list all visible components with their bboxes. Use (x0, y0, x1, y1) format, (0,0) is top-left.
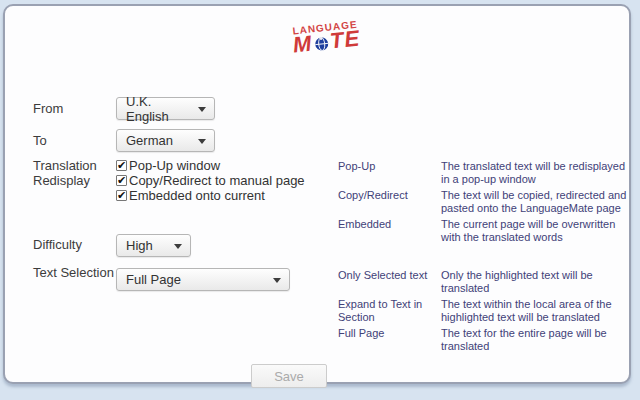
help-desc: The translated text will be redisplayed … (441, 160, 633, 186)
checkmark-icon: ✔ (117, 190, 126, 201)
help-desc: The text for the entire page will be tra… (441, 327, 633, 353)
to-label: To (33, 133, 115, 148)
help-row: Expand to Text in Section The text withi… (338, 298, 638, 324)
popup-checkbox-label: Pop-Up window (129, 158, 220, 173)
help-row: Pop-Up The translated text will be redis… (338, 160, 638, 186)
save-button-label: Save (274, 369, 304, 384)
help-row: Full Page The text for the entire page w… (338, 327, 638, 353)
options-page: { "logo": { "line1": "LANGUAGE", "m_part… (0, 0, 640, 400)
to-select-value: German (126, 133, 173, 148)
checkbox-row-popup: ✔ Pop-Up window (116, 158, 305, 173)
popup-checkbox[interactable]: ✔ (116, 160, 127, 171)
help-row: Copy/Redirect The text will be copied, r… (338, 189, 638, 215)
help-row: Embedded The current page will be overwr… (338, 218, 638, 244)
dropdown-arrow-icon (198, 107, 206, 112)
dropdown-arrow-icon (273, 278, 281, 283)
selection-help: Only Selected text Only the highlighted … (338, 269, 638, 356)
from-select-value: U.K. English (126, 94, 194, 124)
dropdown-arrow-icon (174, 244, 182, 249)
help-desc: The text will be copied, redirected and … (441, 189, 633, 215)
dropdown-arrow-icon (198, 139, 206, 144)
save-button[interactable]: Save (251, 364, 327, 388)
checkbox-row-embedded: ✔ Embedded onto current (116, 188, 305, 203)
copy-redirect-checkbox[interactable]: ✔ (116, 175, 127, 186)
difficulty-label: Difficulty (33, 237, 115, 252)
text-selection-select-value: Full Page (126, 272, 181, 287)
translation-redisplay-label: Translation Redisplay (33, 158, 115, 188)
help-desc: Only the highlighted text will be transl… (441, 269, 633, 295)
embedded-checkbox[interactable]: ✔ (116, 190, 127, 201)
difficulty-select-value: High (126, 238, 153, 253)
to-select[interactable]: German (116, 129, 215, 152)
text-selection-label: Text Selection (33, 265, 115, 280)
from-select[interactable]: U.K. English (116, 97, 215, 120)
help-term: Only Selected text (338, 269, 435, 295)
from-label: From (33, 101, 115, 116)
checkbox-row-copy-redirect: ✔ Copy/Redirect to manual page (116, 173, 305, 188)
help-desc: The current page will be overwritten wit… (441, 218, 633, 244)
languagemate-logo: LANGUAGE MTE (282, 18, 371, 57)
embedded-checkbox-label: Embedded onto current (129, 188, 265, 203)
translation-redisplay-options: ✔ Pop-Up window ✔ Copy/Redirect to manua… (116, 158, 305, 203)
help-term: Pop-Up (338, 160, 435, 186)
help-term: Embedded (338, 218, 435, 244)
logo-m: M (292, 34, 313, 56)
checkmark-icon: ✔ (117, 160, 126, 171)
checkmark-icon: ✔ (117, 175, 126, 186)
globe-icon (312, 34, 330, 52)
options-panel: LANGUAGE MTE From U.K. English To German… (3, 4, 631, 384)
text-selection-select[interactable]: Full Page (116, 268, 290, 291)
difficulty-select[interactable]: High (116, 234, 191, 257)
help-term: Copy/Redirect (338, 189, 435, 215)
copy-redirect-checkbox-label: Copy/Redirect to manual page (129, 173, 305, 188)
help-term: Expand to Text in Section (338, 298, 435, 324)
redisplay-help: Pop-Up The translated text will be redis… (338, 160, 638, 247)
help-term: Full Page (338, 327, 435, 353)
help-row: Only Selected text Only the highlighted … (338, 269, 638, 295)
logo-te: TE (329, 29, 361, 52)
help-desc: The text within the local area of the hi… (441, 298, 633, 324)
